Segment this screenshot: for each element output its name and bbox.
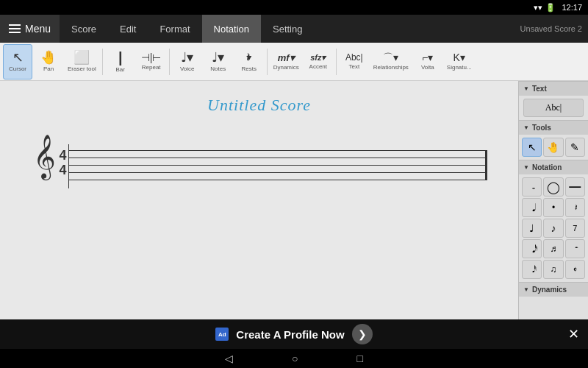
tool-notes[interactable]: ♩▾ Notes	[204, 44, 233, 79]
tool-bar[interactable]: | Bar	[106, 44, 135, 79]
notation-btn-11[interactable]: ♬	[543, 239, 563, 258]
score-area: Untitled Score 𝄞 4 4	[0, 81, 518, 319]
notation-btn-10[interactable]: 𝅘𝅥𝅯	[522, 239, 542, 258]
text-section-chevron: ▼	[523, 85, 529, 92]
text-label: Text	[348, 63, 359, 70]
staff-start-line	[68, 144, 70, 188]
staff-line-2	[68, 158, 487, 158]
panel-cursor-btn[interactable]: ↖	[522, 138, 542, 157]
notation-btn-14[interactable]: ♫	[543, 260, 563, 279]
unsaved-label: Unsaved Score 2	[520, 24, 588, 33]
notation-grid: 𝅝 ◯ — 𝅘𝅥 • 𝄽 ♩ ♪ 7 𝅘𝅥𝅯 ♬ 𝄼 𝅘𝅥𝅰 ♫ 𝄵	[519, 174, 588, 282]
pan-label: Pan	[43, 66, 54, 72]
tool-signature[interactable]: K▾ Signatu...	[444, 44, 475, 79]
panel-tools-header: ▼ Tools	[519, 120, 588, 135]
tool-dynamics[interactable]: mf▾ Dynamics	[270, 44, 302, 79]
tools-section-label: Tools	[532, 124, 551, 132]
tab-notation[interactable]: Notation	[202, 15, 261, 43]
recents-button[interactable]: □	[357, 353, 363, 364]
tool-volta[interactable]: ⌐▾ Volta	[413, 44, 442, 79]
dynamics-section-chevron: ▼	[523, 286, 529, 293]
notation-btn-2[interactable]: ◯	[543, 177, 563, 197]
status-bar: ▾▾ 🔋 12:17	[0, 0, 588, 15]
notation-btn-12[interactable]: 𝄼	[565, 239, 585, 258]
relationships-icon: ⌒▾	[383, 52, 398, 63]
home-button[interactable]: ○	[292, 353, 298, 364]
right-panel: ▼ Text Abc| ▼ Tools ↖ 🤚 ✎ ▼ Notation 𝅝 ◯…	[518, 81, 588, 319]
score-title: Untitled Score	[207, 96, 311, 115]
voice-icon: ♩▾	[181, 51, 193, 64]
text-section-label: Text	[532, 85, 547, 93]
notation-btn-1[interactable]: 𝅝	[522, 177, 542, 197]
hamburger-menu[interactable]: Menu	[0, 15, 60, 43]
staff-lines: 𝄞 4 4	[32, 144, 487, 188]
panel-text-header: ▼ Text	[519, 81, 588, 96]
bar-icon: |	[118, 50, 123, 65]
panel-dynamics-header: ▼ Dynamics	[519, 282, 588, 297]
notation-btn-6[interactable]: 𝄽	[565, 198, 585, 217]
volta-icon: ⌐▾	[422, 52, 433, 63]
time-signature: 4 4	[60, 149, 67, 178]
tool-eraser[interactable]: ⬜ Eraser tool	[65, 44, 99, 79]
treble-clef-icon: 𝄞	[33, 137, 56, 175]
notation-btn-9[interactable]: 7	[565, 219, 585, 238]
tool-rests[interactable]: 𝄽▾ Rests	[234, 44, 264, 79]
notation-btn-5[interactable]: •	[543, 198, 563, 217]
staff-area: 𝄞 4 4	[32, 144, 487, 188]
abc-text-button[interactable]: Abc|	[523, 99, 584, 117]
tool-voice[interactable]: ♩▾ Voice	[173, 44, 202, 79]
ad-text: Create A Profile Now	[236, 328, 344, 341]
ad-arrow-icon: ❯	[358, 328, 367, 340]
dynamics-label: Dynamics	[273, 64, 299, 71]
tool-repeat[interactable]: ⊣|⊢ Repeat	[137, 44, 166, 79]
ad-icon: Ad	[215, 328, 229, 341]
repeat-label: Repeat	[142, 64, 161, 71]
staff-line-1	[68, 150, 487, 151]
time-display: 12:17	[562, 3, 582, 12]
ad-arrow-button[interactable]: ❯	[352, 324, 373, 344]
signature-icon: K▾	[453, 52, 465, 63]
notation-btn-4[interactable]: 𝅘𝅥	[522, 198, 542, 217]
notation-btn-8[interactable]: ♪	[543, 219, 563, 238]
tool-text[interactable]: Abc| Text	[340, 44, 369, 79]
tab-edit[interactable]: Edit	[108, 15, 148, 43]
tool-cursor[interactable]: ↖ Cursor	[3, 44, 32, 79]
eraser-label: Eraser tool	[68, 66, 96, 72]
tools-section-chevron: ▼	[523, 124, 529, 131]
nav-bar: ◁ ○ □	[0, 349, 588, 368]
cursor-label: Cursor	[9, 66, 26, 72]
dynamics-section-label: Dynamics	[532, 286, 567, 294]
tab-score[interactable]: Score	[60, 15, 108, 43]
tools-grid: ↖ 🤚 ✎	[519, 135, 588, 160]
staff-line-5	[68, 180, 487, 180]
tab-format[interactable]: Format	[148, 15, 201, 43]
pan-icon: 🤚	[40, 51, 57, 64]
volta-label: Volta	[421, 64, 434, 71]
cursor-icon: ↖	[12, 51, 24, 64]
tab-setting[interactable]: Setting	[261, 15, 314, 43]
accent-label: Accent	[309, 63, 327, 70]
back-button[interactable]: ◁	[225, 353, 233, 364]
ad-close-button[interactable]: ✕	[568, 326, 579, 342]
tool-pan[interactable]: 🤚 Pan	[34, 44, 63, 79]
staff-line-4	[68, 172, 487, 173]
notation-btn-7[interactable]: ♩	[522, 219, 542, 238]
repeat-icon: ⊣|⊢	[141, 52, 162, 63]
panel-eraser-btn[interactable]: ✎	[565, 138, 585, 157]
toolbar: ↖ Cursor 🤚 Pan ⬜ Eraser tool | Bar ⊣|⊢ R…	[0, 43, 588, 81]
divider-1	[102, 49, 103, 75]
tool-accent[interactable]: sfz▾ Accent	[304, 44, 333, 79]
panel-pan-btn[interactable]: 🤚	[543, 138, 563, 157]
battery-icon: 🔋	[545, 3, 556, 13]
notation-btn-3[interactable]: —	[565, 177, 585, 197]
eraser-icon: ⬜	[74, 51, 90, 64]
notation-section-label: Notation	[532, 163, 562, 171]
ad-banner: Ad Create A Profile Now ❯ ✕	[0, 319, 588, 349]
notation-btn-15[interactable]: 𝄵	[565, 260, 585, 279]
tool-relationships[interactable]: ⌒▾ Relationships	[370, 44, 412, 79]
relationships-label: Relationships	[373, 64, 409, 71]
menu-label: Menu	[25, 23, 51, 35]
divider-2	[169, 49, 170, 75]
notation-btn-13[interactable]: 𝅘𝅥𝅰	[522, 260, 542, 279]
main-area: Untitled Score 𝄞 4 4 ▼ Text Ab	[0, 81, 588, 319]
